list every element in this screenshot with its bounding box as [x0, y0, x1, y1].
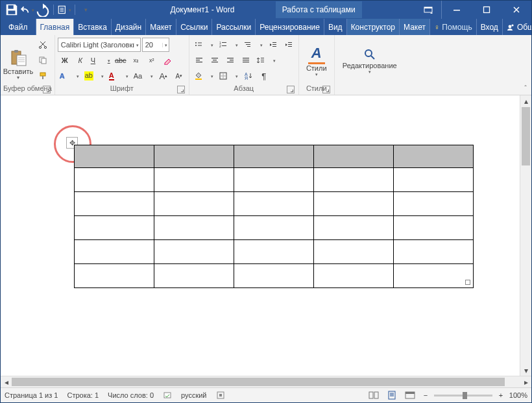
view-web-layout[interactable]	[403, 389, 417, 401]
justify-button[interactable]	[239, 53, 253, 67]
page-viewport[interactable]: ✥	[1, 95, 520, 376]
status-macro[interactable]	[216, 391, 225, 400]
qat-customize[interactable]: ▾	[79, 3, 93, 17]
svg-text:Я: Я	[245, 76, 248, 80]
word-table[interactable]	[74, 145, 474, 288]
tab-file[interactable]: Файл	[1, 19, 36, 35]
view-print-layout[interactable]	[385, 389, 399, 401]
svg-rect-48	[261, 60, 264, 60]
font-name-combo[interactable]: Calibri Light (Заголовки)▾	[58, 38, 141, 52]
superscript-button[interactable]: x²	[145, 53, 159, 67]
format-painter-button[interactable]	[36, 69, 50, 83]
svg-rect-23	[222, 42, 226, 43]
qat-item[interactable]: ▾	[57, 3, 71, 17]
line-spacing-button[interactable]: ▾	[254, 53, 278, 67]
hscroll-thumb[interactable]	[12, 378, 505, 386]
svg-rect-30	[272, 44, 276, 45]
cut-button[interactable]	[36, 38, 50, 52]
borders-button[interactable]: ▾	[217, 69, 240, 83]
paragraph-launcher[interactable]	[287, 86, 295, 93]
zoom-level[interactable]: 100%	[509, 391, 527, 399]
numbering-button[interactable]: 12▾	[217, 38, 240, 52]
highlight-button[interactable]: ab▾	[82, 69, 106, 83]
show-marks-button[interactable]: ¶	[257, 69, 271, 83]
subscript-button[interactable]: x₂	[129, 53, 143, 67]
tab-references[interactable]: Ссылки	[176, 19, 212, 35]
grow-font-button[interactable]: A▴	[156, 69, 171, 83]
zoom-slider[interactable]	[434, 395, 492, 397]
tab-review[interactable]: Рецензирование	[256, 19, 324, 35]
clear-formatting-button[interactable]	[160, 53, 175, 67]
shading-button[interactable]: ▾	[192, 69, 215, 83]
editing-button[interactable]: Редактирование ▾	[337, 47, 402, 74]
bold-button[interactable]: Ж	[58, 53, 72, 67]
bullets-button[interactable]: ▾	[192, 38, 215, 52]
save-button[interactable]	[5, 3, 19, 17]
page[interactable]: ✥	[1, 95, 513, 376]
undo-button[interactable]: ▾	[20, 3, 34, 17]
redo-button[interactable]	[36, 3, 50, 17]
collapse-ribbon-button[interactable]: ˆ	[520, 35, 531, 95]
table-tools-label: Работа с таблицами	[276, 1, 362, 18]
scroll-right-button[interactable]: ▸	[520, 376, 531, 387]
minimize-button[interactable]	[442, 1, 472, 19]
svg-rect-32	[288, 42, 292, 43]
tell-me[interactable]: ♀ Помощь	[430, 19, 477, 35]
zoom-out-button[interactable]: −	[421, 391, 430, 399]
copy-button[interactable]	[36, 53, 50, 67]
ribbon-display-options[interactable]	[415, 1, 442, 19]
svg-rect-39	[213, 60, 217, 60]
horizontal-scrollbar[interactable]: ◂ ▸	[1, 376, 531, 387]
status-words[interactable]: Число слов: 0	[108, 391, 154, 399]
status-page[interactable]: Страница 1 из 1	[5, 391, 58, 399]
font-launcher[interactable]	[177, 86, 185, 93]
svg-rect-38	[212, 58, 218, 58]
vertical-scrollbar[interactable]: ▴ ▾	[520, 95, 531, 376]
text-effects-button[interactable]: A▾	[58, 69, 81, 83]
tab-table-layout[interactable]: Макет	[400, 19, 430, 35]
tab-insert[interactable]: Вставка	[74, 19, 112, 35]
scroll-left-button[interactable]: ◂	[1, 376, 12, 387]
font-size-combo[interactable]: 20▾	[142, 38, 169, 52]
font-color-button[interactable]: A▾	[107, 69, 130, 83]
italic-button[interactable]: К	[73, 53, 88, 67]
status-language[interactable]: русский	[181, 391, 206, 399]
zoom-in-button[interactable]: +	[496, 391, 505, 399]
paste-button[interactable]: Вставить ▾	[3, 36, 33, 80]
view-read-mode[interactable]	[367, 389, 381, 401]
svg-rect-57	[219, 394, 222, 397]
clipboard-launcher[interactable]	[43, 86, 51, 93]
tab-mailings[interactable]: Рассылки	[212, 19, 256, 35]
align-left-button[interactable]	[192, 53, 206, 67]
sign-in[interactable]: Вход	[477, 19, 503, 35]
table-row	[75, 216, 474, 240]
tab-design[interactable]: Дизайн	[112, 19, 146, 35]
sort-button[interactable]: AЯ	[241, 69, 256, 83]
styles-launcher[interactable]	[322, 86, 330, 93]
align-right-button[interactable]	[223, 53, 237, 67]
underline-button[interactable]: Ч▾	[89, 53, 112, 67]
scroll-up-button[interactable]: ▴	[520, 95, 531, 106]
increase-indent-button[interactable]	[282, 38, 296, 52]
status-line[interactable]: Строка: 1	[67, 391, 99, 399]
tab-home[interactable]: Главная	[36, 19, 75, 35]
close-button[interactable]	[502, 1, 531, 19]
shrink-font-button[interactable]: A▾	[172, 69, 186, 83]
maximize-button[interactable]	[472, 1, 502, 19]
tab-table-design[interactable]: Конструктор	[347, 19, 400, 35]
svg-rect-55	[164, 393, 171, 398]
tab-layout[interactable]: Макет	[146, 19, 176, 35]
styles-button[interactable]: A Стили ▾	[302, 45, 332, 77]
decrease-indent-button[interactable]	[266, 38, 280, 52]
strike-button[interactable]: abc	[114, 53, 128, 67]
status-spellcheck[interactable]	[163, 391, 172, 400]
change-case-button[interactable]: Aa▾	[132, 69, 155, 83]
align-center-button[interactable]	[208, 53, 222, 67]
multilevel-button[interactable]: ▾	[241, 38, 265, 52]
share-button[interactable]: Общий доступ	[503, 19, 532, 35]
editing-btn-label: Редактирование	[343, 62, 397, 69]
tab-view[interactable]: Вид	[324, 19, 347, 35]
scroll-down-button[interactable]: ▾	[520, 365, 531, 376]
table-resize-handle[interactable]	[465, 280, 470, 285]
scroll-thumb[interactable]	[522, 107, 530, 165]
